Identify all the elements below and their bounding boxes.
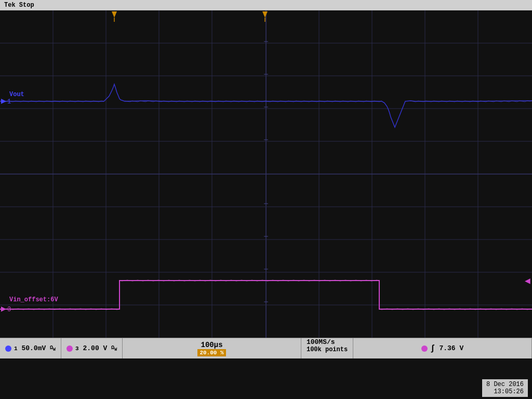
trigger-pct: 20.00 % bbox=[197, 349, 225, 356]
ch3-scale-segment: 3 2.00 V ΩW bbox=[61, 338, 123, 358]
svg-text:◀: ◀ bbox=[525, 277, 530, 285]
app-title: Tek Stop bbox=[4, 2, 34, 9]
date-value: 8 Dec 2016 bbox=[486, 381, 524, 388]
points-value: 100k points bbox=[307, 346, 348, 353]
datetime-box: 8 Dec 2016 13:05:26 bbox=[482, 379, 528, 397]
ch1-scale-segment: 1 50.0mV ΩW bbox=[0, 338, 61, 358]
ch1-indicator bbox=[5, 345, 11, 352]
svg-text:Vout: Vout bbox=[9, 91, 24, 98]
waveform-area: 1 3 Vout Vin_offset:6V ◀ bbox=[0, 10, 532, 338]
svg-text:1: 1 bbox=[7, 98, 11, 105]
ch3-indicator bbox=[66, 345, 73, 352]
status-bar: 1 50.0mV ΩW 3 2.00 V ΩW 100µs 20.00 % 10… bbox=[0, 338, 532, 358]
svg-text:Vin_offset:6V: Vin_offset:6V bbox=[9, 296, 58, 303]
ch3-coupling-icon: ΩW bbox=[111, 345, 117, 352]
ch3-trigger-dot bbox=[421, 345, 428, 352]
sample-rate-value: 100MS/s bbox=[307, 338, 335, 346]
trigger-icon: ∫ bbox=[430, 344, 435, 353]
ch1-scale-value: 50.0mV bbox=[21, 344, 46, 352]
ch1-number: 1 bbox=[14, 345, 18, 352]
time-value: 13:05:26 bbox=[486, 388, 524, 395]
time-scale-segment: 100µs 20.00 % bbox=[123, 338, 301, 358]
svg-text:3: 3 bbox=[7, 306, 11, 313]
oscilloscope: Tek Stop bbox=[0, 0, 532, 399]
time-scale-value: 100µs bbox=[201, 341, 223, 349]
trigger-voltage: 7.36 V bbox=[439, 344, 463, 352]
ch1-coupling-icon: ΩW bbox=[50, 345, 56, 352]
oscilloscope-grid: 1 3 Vout Vin_offset:6V ◀ bbox=[0, 10, 532, 338]
trigger-type-segment: ∫ 7.36 V bbox=[353, 338, 532, 358]
sample-rate-segment: 100MS/s 100k points bbox=[301, 338, 353, 358]
ch3-number: 3 bbox=[75, 345, 79, 352]
bottom-area: High 8.48 V Low 6.08 V Mean 3.32 V Peak-… bbox=[0, 358, 532, 399]
top-bar: Tek Stop bbox=[0, 0, 532, 10]
ch3-scale-value: 2.00 V bbox=[83, 344, 107, 352]
